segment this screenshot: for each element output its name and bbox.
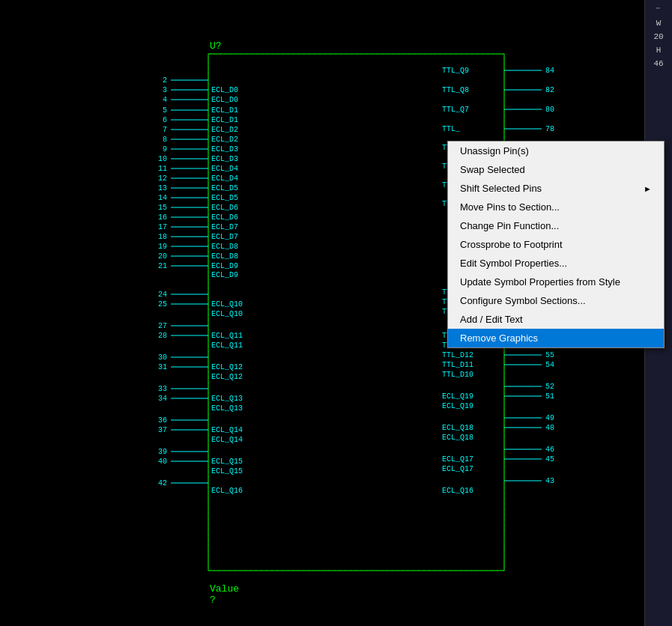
menu-item-configure-symbol-sections[interactable]: Configure Symbol Sections... bbox=[448, 291, 664, 310]
menu-item-edit-symbol-properties[interactable]: Edit Symbol Properties... bbox=[448, 254, 664, 273]
svg-text:?: ? bbox=[210, 595, 216, 606]
svg-text:3: 3 bbox=[163, 86, 167, 94]
menu-item-label: Add / Edit Text bbox=[460, 314, 523, 325]
menu-item-crossprobe[interactable]: Crossprobe to Footprint bbox=[448, 235, 664, 254]
svg-text:49: 49 bbox=[545, 414, 554, 422]
svg-text:ECL_D8: ECL_D8 bbox=[211, 252, 238, 261]
svg-text:ECL_Q11: ECL_Q11 bbox=[211, 341, 243, 350]
svg-text:ECL_Q17: ECL_Q17 bbox=[442, 455, 473, 464]
svg-text:ECL_D1: ECL_D1 bbox=[211, 116, 238, 124]
svg-text:13: 13 bbox=[158, 184, 167, 192]
svg-text:15: 15 bbox=[158, 204, 167, 212]
svg-text:18: 18 bbox=[158, 233, 167, 241]
svg-text:ECL_D0: ECL_D0 bbox=[211, 96, 238, 104]
menu-item-label: Change Pin Function... bbox=[460, 220, 559, 231]
svg-text:34: 34 bbox=[158, 395, 167, 403]
menu-item-label: Swap Selected bbox=[460, 164, 525, 175]
svg-text:ECL_Q16: ECL_Q16 bbox=[211, 487, 243, 495]
menu-item-update-symbol-properties[interactable]: Update Symbol Properties from Style bbox=[448, 273, 664, 291]
menu-item-label: Edit Symbol Properties... bbox=[460, 258, 567, 269]
menu-item-add-edit-text[interactable]: Add / Edit Text bbox=[448, 310, 664, 329]
svg-text:78: 78 bbox=[545, 125, 554, 133]
svg-text:ECL_D3: ECL_D3 bbox=[211, 145, 238, 154]
svg-text:48: 48 bbox=[545, 424, 554, 432]
context-menu[interactable]: Unassign Pin(s) Swap Selected Shift Sele… bbox=[447, 141, 665, 348]
svg-text:80: 80 bbox=[545, 106, 554, 114]
svg-text:10: 10 bbox=[158, 155, 167, 163]
menu-item-label: Shift Selected Pins bbox=[460, 183, 542, 194]
svg-text:17: 17 bbox=[158, 223, 167, 231]
svg-text:9: 9 bbox=[163, 145, 167, 154]
svg-text:46: 46 bbox=[545, 446, 554, 454]
menu-item-unassign-pins[interactable]: Unassign Pin(s) bbox=[448, 142, 664, 160]
svg-text:16: 16 bbox=[158, 213, 167, 222]
svg-text:4: 4 bbox=[163, 96, 167, 104]
svg-text:25: 25 bbox=[158, 300, 167, 309]
svg-text:55: 55 bbox=[545, 351, 554, 359]
svg-text:27: 27 bbox=[158, 322, 167, 330]
menu-item-label: Crossprobe to Footprint bbox=[460, 239, 563, 250]
svg-text:52: 52 bbox=[545, 383, 554, 391]
svg-text:24: 24 bbox=[158, 291, 167, 299]
sidebar-46-label: 46 bbox=[653, 59, 663, 68]
submenu-arrow-icon: ► bbox=[644, 184, 652, 193]
svg-text:ECL_D7: ECL_D7 bbox=[211, 223, 238, 231]
svg-text:20: 20 bbox=[158, 252, 167, 261]
svg-text:ECL_Q14: ECL_Q14 bbox=[211, 426, 243, 434]
svg-text:36: 36 bbox=[158, 416, 167, 425]
svg-text:ECL_D6: ECL_D6 bbox=[211, 204, 238, 212]
svg-text:ECL_Q15: ECL_Q15 bbox=[211, 467, 243, 475]
menu-item-swap-selected[interactable]: Swap Selected bbox=[448, 160, 664, 179]
svg-text:TTL_D11: TTL_D11 bbox=[442, 361, 473, 369]
svg-text:40: 40 bbox=[158, 458, 167, 466]
svg-text:TTL_Q9: TTL_Q9 bbox=[442, 67, 469, 75]
svg-text:ECL_D6: ECL_D6 bbox=[211, 213, 238, 222]
svg-text:ECL_D0: ECL_D0 bbox=[211, 86, 238, 94]
svg-text:TTL_D10: TTL_D10 bbox=[442, 371, 473, 379]
svg-text:19: 19 bbox=[158, 243, 167, 251]
svg-text:7: 7 bbox=[163, 126, 167, 134]
svg-text:28: 28 bbox=[158, 332, 167, 340]
svg-text:ECL_Q16: ECL_Q16 bbox=[442, 487, 473, 495]
sidebar-20-label: 20 bbox=[653, 32, 663, 41]
svg-text:ECL_Q12: ECL_Q12 bbox=[211, 363, 243, 371]
svg-text:TTL_Q7: TTL_Q7 bbox=[442, 106, 469, 114]
svg-text:2: 2 bbox=[163, 76, 167, 85]
menu-item-change-pin-function[interactable]: Change Pin Function... bbox=[448, 216, 664, 235]
svg-text:39: 39 bbox=[158, 448, 167, 456]
svg-text:ECL_Q15: ECL_Q15 bbox=[211, 458, 243, 466]
svg-text:ECL_Q11: ECL_Q11 bbox=[211, 332, 243, 340]
svg-text:ECL_D9: ECL_D9 bbox=[211, 271, 238, 279]
menu-item-remove-graphics[interactable]: Remove Graphics bbox=[448, 329, 664, 347]
svg-text:21: 21 bbox=[158, 262, 167, 270]
svg-text:12: 12 bbox=[158, 174, 167, 183]
menu-item-label: Remove Graphics bbox=[460, 332, 538, 344]
menu-item-label: Configure Symbol Sections... bbox=[460, 295, 586, 306]
svg-text:ECL_D3: ECL_D3 bbox=[211, 155, 238, 163]
menu-item-label: Update Symbol Properties from Style bbox=[460, 276, 620, 288]
svg-text:37: 37 bbox=[158, 426, 167, 434]
svg-text:U?: U? bbox=[210, 40, 222, 52]
svg-text:ECL_D5: ECL_D5 bbox=[211, 194, 238, 202]
svg-text:ECL_Q10: ECL_Q10 bbox=[211, 310, 243, 318]
menu-item-label: Move Pins to Section... bbox=[460, 201, 560, 213]
svg-text:ECL_D9: ECL_D9 bbox=[211, 262, 238, 270]
svg-text:ECL_D2: ECL_D2 bbox=[211, 136, 238, 144]
menu-item-move-pins-to-section[interactable]: Move Pins to Section... bbox=[448, 198, 664, 216]
svg-text:ECL_Q14: ECL_Q14 bbox=[211, 436, 243, 444]
sidebar-h-label: H bbox=[656, 46, 662, 55]
svg-text:ECL_Q17: ECL_Q17 bbox=[442, 465, 473, 473]
sidebar-w-label: W bbox=[656, 19, 662, 28]
sidebar-dots: ⋯ bbox=[656, 4, 662, 13]
menu-item-shift-selected-pins[interactable]: Shift Selected Pins ► bbox=[448, 179, 664, 198]
svg-text:31: 31 bbox=[158, 363, 167, 371]
svg-text:5: 5 bbox=[163, 106, 167, 115]
svg-text:ECL_D4: ECL_D4 bbox=[211, 174, 238, 183]
svg-text:43: 43 bbox=[545, 477, 554, 485]
svg-text:Value: Value bbox=[210, 583, 239, 595]
svg-text:30: 30 bbox=[158, 353, 167, 362]
svg-text:ECL_D2: ECL_D2 bbox=[211, 126, 238, 134]
svg-text:ECL_D8: ECL_D8 bbox=[211, 243, 238, 251]
svg-text:ECL_Q18: ECL_Q18 bbox=[442, 434, 473, 442]
svg-text:ECL_Q19: ECL_Q19 bbox=[442, 392, 473, 401]
